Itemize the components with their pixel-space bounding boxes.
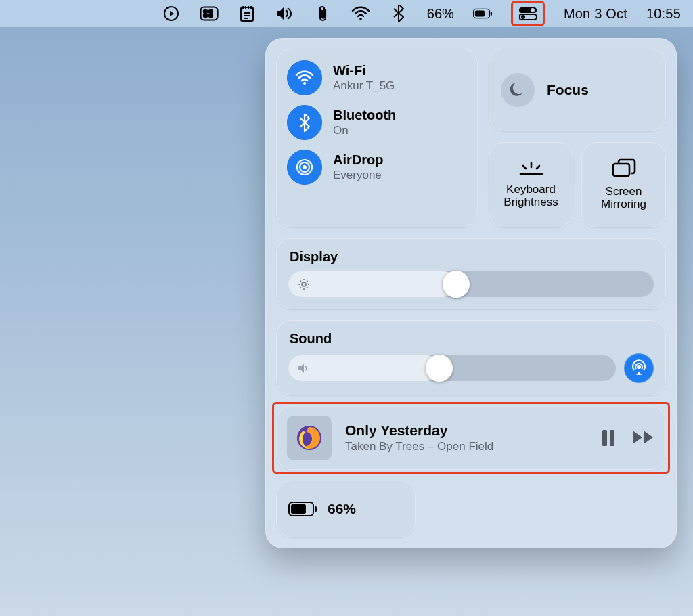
battery-card[interactable]: 66%	[276, 481, 416, 537]
bluetooth-subtitle: On	[333, 124, 396, 137]
battery-card-label: 66%	[328, 501, 356, 517]
keyboard-brightness-icon	[516, 160, 546, 177]
focus-card[interactable]: Focus	[489, 49, 666, 131]
stage-manager-icon[interactable]	[200, 4, 219, 23]
svg-rect-19	[613, 164, 629, 176]
svg-rect-4	[209, 10, 213, 13]
airdrop-subtitle: Everyone	[333, 169, 383, 182]
svg-point-16	[303, 165, 307, 169]
svg-point-15	[303, 82, 306, 85]
now-playing-menubar-icon[interactable]	[162, 4, 181, 23]
bluetooth-menubar-icon[interactable]	[389, 4, 408, 23]
screen-mirroring-icon	[612, 158, 636, 179]
pause-button[interactable]	[601, 429, 616, 447]
sound-label: Sound	[290, 331, 652, 347]
control-center-menubar-icon[interactable]	[518, 4, 537, 23]
svg-rect-3	[204, 14, 207, 17]
airplay-audio-button[interactable]	[624, 353, 654, 383]
connectivity-card: Wi-Fi Ankur T_5G Bluetooth On	[276, 49, 478, 227]
volume-low-icon	[298, 363, 311, 374]
wifi-subtitle: Ankur T_5G	[333, 79, 395, 93]
firefox-icon	[296, 424, 323, 452]
svg-point-21	[637, 365, 641, 369]
svg-point-7	[359, 18, 362, 20]
menubar: 66% Mon 3 Oct 10:55	[0, 0, 693, 27]
battery-percent-menubar: 66%	[427, 6, 454, 22]
svg-point-20	[302, 282, 306, 286]
media-title: Only Yesterday	[345, 422, 493, 439]
bluetooth-icon	[287, 105, 322, 140]
airdrop-icon	[287, 150, 322, 185]
focus-label: Focus	[547, 82, 589, 98]
svg-rect-26	[291, 504, 306, 514]
screen-mirroring-button[interactable]: Screen Mirroring	[581, 142, 666, 227]
svg-rect-27	[315, 506, 317, 512]
svg-rect-24	[610, 430, 614, 446]
svg-rect-5	[209, 14, 213, 17]
airdrop-toggle[interactable]: AirDrop Everyone	[287, 148, 467, 187]
battery-icon	[288, 502, 317, 516]
display-card: Display	[276, 238, 666, 309]
svg-rect-2	[204, 10, 207, 13]
sound-card: Sound	[276, 320, 666, 395]
display-brightness-slider[interactable]	[288, 271, 654, 297]
sound-volume-slider[interactable]	[288, 355, 616, 381]
volume-menubar-icon[interactable]	[275, 4, 294, 23]
media-subtitle: Taken By Trees – Open Field	[345, 440, 493, 454]
moon-icon	[501, 73, 535, 107]
bluetooth-title: Bluetooth	[333, 108, 396, 123]
airdrop-title: AirDrop	[333, 152, 383, 168]
wifi-toggle[interactable]: Wi-Fi Ankur T_5G	[287, 58, 467, 97]
screen-mirroring-label: Screen Mirroring	[585, 185, 662, 211]
display-label: Display	[290, 249, 652, 265]
battery-menubar-icon[interactable]	[473, 4, 492, 23]
control-center-panel: Wi-Fi Ankur T_5G Bluetooth On	[265, 38, 677, 548]
wifi-icon	[287, 60, 322, 95]
now-playing-card[interactable]: Only Yesterday Taken By Trees – Open Fie…	[276, 406, 666, 470]
next-track-button[interactable]	[632, 429, 655, 447]
airplay-icon	[630, 359, 648, 377]
svg-rect-1	[200, 7, 217, 20]
media-artwork	[287, 416, 332, 460]
menubar-time[interactable]: 10:55	[646, 6, 681, 22]
keyboard-brightness-label: Keyboard Brightness	[493, 183, 569, 208]
attachment-menubar-icon[interactable]	[313, 4, 332, 23]
notes-menubar-icon[interactable]	[238, 4, 256, 23]
control-center-menubar-highlight	[511, 1, 545, 26]
svg-point-14	[521, 15, 525, 19]
svg-rect-9	[475, 11, 485, 17]
bluetooth-toggle[interactable]: Bluetooth On	[287, 103, 467, 142]
svg-rect-10	[491, 12, 492, 16]
wifi-title: Wi-Fi	[333, 63, 395, 79]
brightness-low-icon	[298, 278, 310, 290]
wifi-menubar-icon[interactable]	[351, 4, 370, 23]
svg-rect-23	[602, 430, 607, 446]
keyboard-brightness-button[interactable]: Keyboard Brightness	[489, 142, 573, 227]
menubar-date[interactable]: Mon 3 Oct	[564, 6, 627, 22]
svg-point-12	[531, 8, 535, 12]
